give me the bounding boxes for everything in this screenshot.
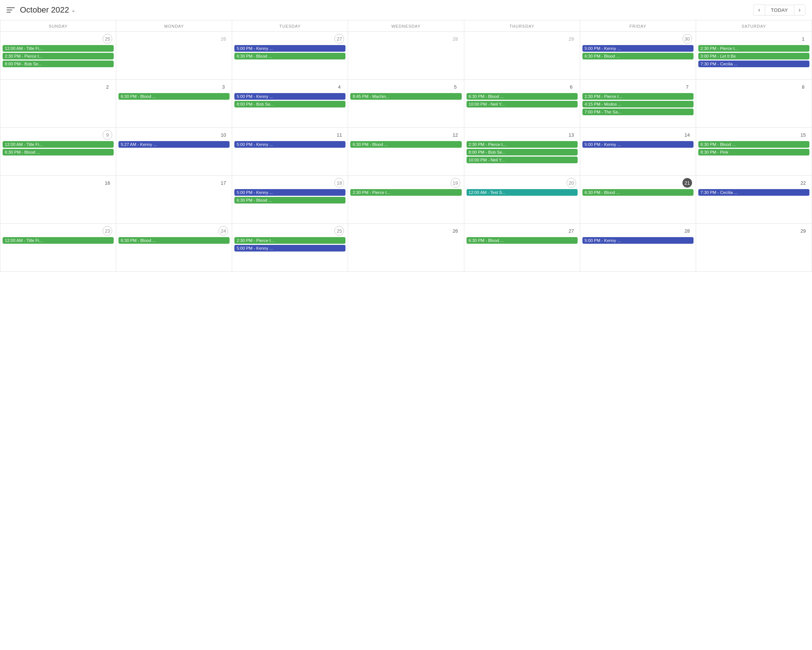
day-of-week-friday: FRIDAY bbox=[580, 20, 696, 32]
calendar-event[interactable]: 6:30 PM - Blood ... bbox=[119, 237, 230, 244]
calendar-day[interactable]: 58:45 PM - Machin... bbox=[348, 80, 464, 128]
calendar-day[interactable]: 216:30 PM - Blood ... bbox=[580, 176, 696, 224]
calendar-event[interactable]: 8:45 PM - Machin... bbox=[350, 93, 461, 100]
today-button[interactable]: TODAY bbox=[765, 5, 794, 15]
calendar-day[interactable]: 66:30 PM - Blood ...10:00 PM - Neil Y... bbox=[464, 80, 580, 128]
calendar-day[interactable]: 156:30 PM - Blood ...8:30 PM - Pink bbox=[696, 128, 812, 176]
calendar-event[interactable]: 2:30 PM - Pierce t... bbox=[234, 237, 345, 244]
calendar-day[interactable]: 29 bbox=[696, 224, 812, 272]
calendar-event[interactable]: 5:00 PM - Kenny ... bbox=[234, 189, 345, 196]
calendar-event[interactable]: 6:30 PM - Blood ... bbox=[234, 53, 345, 60]
calendar-day[interactable]: 192:30 PM - Pierce t... bbox=[348, 176, 464, 224]
calendar-event[interactable]: 6:30 PM - Blood ... bbox=[582, 189, 693, 196]
calendar-day[interactable]: 2312:00 AM - Title Fi... bbox=[0, 224, 116, 272]
calendar-event[interactable]: 5:00 PM - Kenny ... bbox=[234, 93, 345, 100]
calendar-day[interactable]: 285:00 PM - Kenny ... bbox=[580, 224, 696, 272]
day-number: 26 bbox=[119, 34, 230, 44]
calendar-event[interactable]: 7:00 PM - The Sa... bbox=[582, 109, 693, 115]
calendar-day[interactable]: 126:30 PM - Blood ... bbox=[348, 128, 464, 176]
calendar-event[interactable]: 2:30 PM - Pierce t... bbox=[350, 189, 461, 196]
calendar-event[interactable]: 2:30 PM - Pierce t... bbox=[467, 141, 578, 148]
next-button[interactable]: › bbox=[794, 5, 805, 15]
day-number: 21 bbox=[582, 178, 693, 188]
calendar-event[interactable]: 8:30 PM - Pink bbox=[698, 149, 809, 156]
month-title[interactable]: October 2022 ⌄ bbox=[20, 5, 76, 15]
calendar-event[interactable]: 5:00 PM - Kenny ... bbox=[234, 141, 345, 148]
calendar-event[interactable]: 2:30 PM - Pierce t... bbox=[698, 45, 809, 52]
calendar-event[interactable]: 7:30 PM - Cecilia ... bbox=[698, 61, 809, 67]
calendar-day[interactable]: 185:00 PM - Kenny ...6:30 PM - Blood ... bbox=[232, 176, 348, 224]
calendar-event[interactable]: 2:30 PM - Pierce t... bbox=[582, 93, 693, 100]
calendar-day[interactable]: 26 bbox=[348, 224, 464, 272]
calendar-header: October 2022 ⌄ ‹ TODAY › bbox=[0, 0, 812, 20]
calendar-event[interactable]: 12:00 AM - Test S... bbox=[467, 189, 578, 196]
calendar-day[interactable]: 145:00 PM - Kenny ... bbox=[580, 128, 696, 176]
calendar-event[interactable]: 10:00 PM - Neil Y... bbox=[467, 157, 578, 163]
calendar-event[interactable]: 3:00 PM - Let It Be bbox=[698, 53, 809, 60]
calendar-day[interactable]: 276:30 PM - Blood ... bbox=[464, 224, 580, 272]
day-number: 29 bbox=[467, 34, 578, 44]
calendar-day[interactable]: 12:30 PM - Pierce t...3:00 PM - Let It B… bbox=[696, 32, 812, 80]
calendar-event[interactable]: 12:00 AM - Title Fi... bbox=[3, 45, 114, 52]
day-number: 1 bbox=[698, 34, 809, 44]
calendar-day[interactable]: 28 bbox=[348, 32, 464, 80]
filter-icon[interactable] bbox=[7, 7, 15, 13]
calendar-day[interactable]: 45:00 PM - Kenny ...8:00 PM - Bob Se... bbox=[232, 80, 348, 128]
calendar-header-row: SUNDAYMONDAYTUESDAYWEDNESDAYTHURSDAYFRID… bbox=[0, 20, 812, 32]
calendar-day[interactable]: 26 bbox=[116, 32, 232, 80]
calendar-event[interactable]: 10:00 PM - Neil Y... bbox=[467, 101, 578, 107]
calendar-day[interactable]: 29 bbox=[464, 32, 580, 80]
calendar-event[interactable]: 6:30 PM - Blood ... bbox=[350, 141, 461, 148]
calendar-event[interactable]: 5:00 PM - Kenny ... bbox=[582, 141, 693, 148]
day-number: 28 bbox=[582, 226, 693, 236]
calendar-day[interactable]: 912:00 AM - Title Fi...6:30 PM - Blood .… bbox=[0, 128, 116, 176]
calendar-day[interactable]: 227:30 PM - Cecilia ... bbox=[696, 176, 812, 224]
calendar-day[interactable]: 252:30 PM - Pierce t...5:00 PM - Kenny .… bbox=[232, 224, 348, 272]
calendar-day[interactable]: 2012:00 AM - Test S... bbox=[464, 176, 580, 224]
calendar-day[interactable]: 36:30 PM - Blood ... bbox=[116, 80, 232, 128]
calendar-day[interactable]: 72:30 PM - Pierce t...4:15 PM - Modos ..… bbox=[580, 80, 696, 128]
calendar-event[interactable]: 8:00 PM - Bob Se... bbox=[3, 61, 114, 67]
calendar-event[interactable]: 6:30 PM - Blood ... bbox=[3, 149, 114, 156]
calendar-day[interactable]: 275:00 PM - Kenny ...6:30 PM - Blood ... bbox=[232, 32, 348, 80]
calendar-event[interactable]: 12:00 AM - Title Fi... bbox=[3, 141, 114, 148]
calendar-event[interactable]: 4:15 PM - Modos ... bbox=[582, 101, 693, 107]
calendar-event[interactable]: 5:00 PM - Kenny ... bbox=[234, 45, 345, 52]
calendar-day[interactable]: 8 bbox=[696, 80, 812, 128]
chevron-down-icon: ⌄ bbox=[71, 7, 76, 13]
calendar-day[interactable]: 246:30 PM - Blood ... bbox=[116, 224, 232, 272]
calendar-event[interactable]: 2:30 PM - Pierce t... bbox=[3, 53, 114, 60]
calendar-grid: SUNDAYMONDAYTUESDAYWEDNESDAYTHURSDAYFRID… bbox=[0, 20, 812, 272]
day-number: 18 bbox=[234, 178, 345, 188]
day-number: 27 bbox=[234, 34, 345, 44]
day-number: 26 bbox=[350, 226, 461, 236]
calendar-event[interactable]: 6:30 PM - Blood ... bbox=[119, 93, 230, 100]
calendar-event[interactable]: 6:30 PM - Blood ... bbox=[467, 237, 578, 244]
header-left: October 2022 ⌄ bbox=[7, 5, 76, 15]
calendar-day[interactable]: 105:27 AM - Kenny ... bbox=[116, 128, 232, 176]
calendar-event[interactable]: 5:00 PM - Kenny ... bbox=[582, 237, 693, 244]
calendar-day[interactable]: 16 bbox=[0, 176, 116, 224]
calendar-event[interactable]: 8:00 PM - Bob Se... bbox=[234, 101, 345, 107]
calendar-event[interactable]: 5:00 PM - Kenny ... bbox=[234, 245, 345, 251]
calendar-day[interactable]: 132:30 PM - Pierce t...8:00 PM - Bob Se.… bbox=[464, 128, 580, 176]
calendar-event[interactable]: 12:00 AM - Title Fi... bbox=[3, 237, 114, 244]
calendar-event[interactable]: 7:30 PM - Cecilia ... bbox=[698, 189, 809, 196]
day-of-week-tuesday: TUESDAY bbox=[232, 20, 348, 32]
day-of-week-saturday: SATURDAY bbox=[696, 20, 812, 32]
calendar-week-2: 912:00 AM - Title Fi...6:30 PM - Blood .… bbox=[0, 128, 812, 176]
day-number: 12 bbox=[350, 130, 461, 139]
prev-button[interactable]: ‹ bbox=[753, 5, 765, 15]
calendar-day[interactable]: 2512:00 AM - Title Fi...2:30 PM - Pierce… bbox=[0, 32, 116, 80]
calendar-day[interactable]: 305:00 PM - Kenny ...6:30 PM - Blood ... bbox=[580, 32, 696, 80]
calendar-day[interactable]: 115:00 PM - Kenny ... bbox=[232, 128, 348, 176]
calendar-event[interactable]: 6:30 PM - Blood ... bbox=[234, 197, 345, 203]
calendar-day[interactable]: 17 bbox=[116, 176, 232, 224]
calendar-event[interactable]: 5:27 AM - Kenny ... bbox=[119, 141, 230, 148]
calendar-event[interactable]: 8:00 PM - Bob Se... bbox=[467, 149, 578, 156]
calendar-day[interactable]: 2 bbox=[0, 80, 116, 128]
calendar-event[interactable]: 6:30 PM - Blood ... bbox=[467, 93, 578, 100]
calendar-event[interactable]: 6:30 PM - Blood ... bbox=[582, 53, 693, 60]
calendar-event[interactable]: 5:00 PM - Kenny ... bbox=[582, 45, 693, 52]
calendar-event[interactable]: 6:30 PM - Blood ... bbox=[698, 141, 809, 148]
